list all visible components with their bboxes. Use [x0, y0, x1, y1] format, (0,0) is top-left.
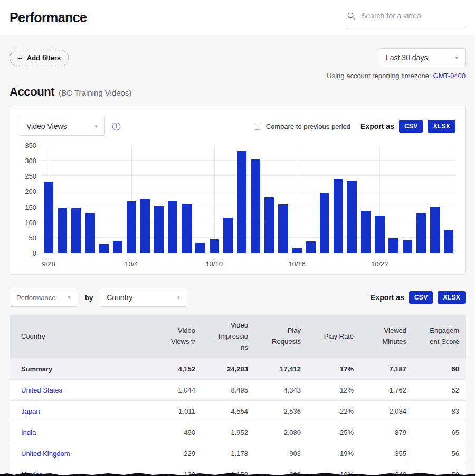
column-header-video-impressions[interactable]: Video Impressions — [202, 315, 254, 358]
bar-slot — [262, 145, 276, 253]
chart-bar[interactable] — [320, 193, 329, 253]
chart-bar[interactable] — [182, 204, 191, 253]
bar-slot — [97, 145, 111, 253]
info-icon[interactable]: i — [112, 123, 120, 130]
summary-row: Summary4,15224,20317,41217%7,18760 — [10, 358, 466, 379]
chart-bar[interactable] — [127, 201, 136, 253]
report-type-select[interactable]: Performance ▼ — [10, 288, 78, 307]
x-axis-tick-label: 9/28 — [42, 260, 55, 268]
column-header-play-rate[interactable]: Play Rate — [307, 315, 360, 358]
export-xlsx-button[interactable]: XLSX — [428, 120, 455, 133]
country-performance-table: CountryVideo Views ▽Video ImpressionsPla… — [10, 315, 466, 476]
dimension-select-value: Country — [107, 293, 132, 302]
chart-bar[interactable] — [223, 218, 233, 253]
country-link[interactable]: United Kingdom — [21, 450, 70, 458]
chart-bar[interactable] — [306, 241, 316, 253]
chart-bar[interactable] — [140, 199, 150, 253]
date-range-select[interactable]: Last 30 days ▼ — [379, 48, 466, 67]
main-content: + Add filters Last 30 days ▼ Using accou… — [0, 48, 475, 476]
table-cell: 1,159 — [202, 464, 254, 476]
compare-checkbox[interactable] — [254, 123, 261, 130]
chart-bar[interactable] — [99, 244, 108, 253]
chart-bar[interactable] — [430, 207, 440, 253]
table-cell: 355 — [360, 443, 413, 464]
y-axis: 050100150200250300350 — [20, 145, 42, 253]
table-row: United States1,0448,4954,34312%1,76252 — [10, 379, 466, 400]
metric-select[interactable]: Video Views ▼ — [20, 117, 105, 136]
export-csv-button[interactable]: CSV — [409, 291, 433, 304]
chart-bar[interactable] — [71, 208, 81, 253]
chart-bar[interactable] — [113, 241, 122, 253]
chart-bar[interactable] — [168, 201, 177, 253]
chart-card: Video Views ▼ i Compare to previous peri… — [10, 106, 466, 275]
export-as-label: Export as — [360, 122, 394, 130]
chart-plot-area — [42, 145, 455, 253]
chart-bar[interactable] — [44, 182, 53, 253]
table-cell: 2,080 — [254, 422, 307, 443]
bar-slot — [235, 145, 249, 253]
bar-slot — [373, 145, 386, 253]
timezone-link[interactable]: GMT-0400 — [433, 72, 466, 80]
bar-series — [42, 145, 455, 253]
column-header-country[interactable]: Country — [10, 315, 149, 358]
top-bar: Performance — [0, 0, 475, 35]
account-subheading: (BC Training Videos) — [59, 88, 131, 97]
y-axis-tick-label: 350 — [25, 142, 36, 150]
chart-bar[interactable] — [334, 179, 343, 253]
table-cell: 60 — [413, 358, 466, 379]
chart-bar[interactable] — [403, 240, 412, 253]
chart-bar[interactable] — [85, 213, 94, 253]
bar-slot — [331, 145, 345, 253]
chart-bar[interactable] — [195, 243, 205, 253]
bar-slot — [428, 145, 442, 253]
search-input[interactable] — [360, 11, 466, 21]
export-xlsx-button[interactable]: XLSX — [438, 291, 466, 304]
chart-bar[interactable] — [264, 197, 274, 253]
chart-bar[interactable] — [388, 238, 398, 253]
table-row: Japan1,0114,5542,53622%2,08483 — [10, 400, 466, 422]
video-search[interactable] — [347, 11, 466, 26]
country-link[interactable]: Japan — [21, 407, 40, 415]
chart-bar[interactable] — [251, 159, 260, 253]
chart-bar[interactable] — [210, 239, 219, 253]
table-cell: 879 — [360, 422, 413, 443]
chevron-down-icon: ▼ — [454, 55, 459, 60]
chart-bar[interactable] — [58, 208, 67, 253]
summary-label: Summary — [10, 358, 149, 379]
video-views-bar-chart: 050100150200250300350 9/2810/410/1010/16… — [20, 145, 455, 269]
plus-icon: + — [17, 54, 22, 62]
bar-slot — [318, 145, 331, 253]
country-link[interactable]: Mexico — [21, 471, 43, 476]
chart-bar[interactable] — [278, 204, 288, 253]
chart-bar[interactable] — [361, 211, 370, 253]
bar-slot — [138, 145, 152, 253]
x-axis: 9/2810/410/1010/1610/22 — [42, 253, 455, 269]
column-header-play-requests[interactable]: Play Requests — [254, 315, 307, 358]
column-header-engagement-score[interactable]: Engagement Score — [413, 315, 466, 358]
add-filters-button[interactable]: + Add filters — [10, 50, 69, 66]
table-cell: 903 — [254, 443, 307, 464]
country-link[interactable]: United States — [21, 386, 62, 394]
bar-slot — [69, 145, 83, 253]
chart-bar[interactable] — [237, 151, 246, 253]
chart-bar[interactable] — [444, 230, 453, 253]
export-csv-button[interactable]: CSV — [399, 120, 423, 133]
chart-bar[interactable] — [154, 206, 164, 253]
country-link[interactable]: India — [21, 428, 36, 436]
by-label: by — [85, 294, 93, 302]
table-cell: 4,554 — [202, 400, 254, 422]
chart-bar[interactable] — [347, 181, 357, 253]
chart-bar[interactable] — [375, 216, 384, 253]
x-axis-tick-label: 10/16 — [288, 260, 306, 268]
dimension-select[interactable]: Country ▼ — [100, 288, 187, 307]
table-cell: 1,178 — [202, 443, 254, 464]
table-cell: 56 — [413, 443, 466, 464]
column-header-video-views[interactable]: Video Views ▽ — [149, 315, 202, 358]
y-axis-tick-label: 200 — [25, 188, 36, 195]
chart-bar[interactable] — [416, 213, 426, 253]
chart-bar[interactable] — [292, 248, 301, 253]
column-header-viewed-minutes[interactable]: Viewed Minutes — [360, 315, 413, 358]
bar-slot — [345, 145, 359, 253]
country-cell: United States — [10, 379, 149, 400]
x-axis-tick-label: 10/10 — [205, 260, 223, 268]
